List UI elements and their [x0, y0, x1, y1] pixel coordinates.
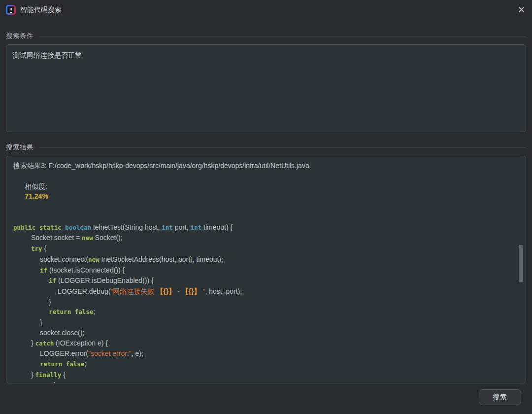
code-segment-plain: , e); — [132, 349, 143, 357]
code-segment-plain: LOGGER.debug( — [58, 287, 110, 295]
code-segment-plain: port, — [173, 223, 191, 231]
close-icon[interactable]: ✕ — [518, 5, 525, 14]
results-section-header: 搜索结果 — [0, 143, 532, 152]
code-segment-kw: new — [82, 234, 93, 242]
code-line: } — [13, 297, 519, 307]
code-segment-kw: catch — [35, 340, 54, 347]
code-line: return false; — [13, 307, 519, 317]
search-query-input[interactable]: 测试网络连接是否正常 — [6, 44, 526, 132]
code-segment-str: - — [175, 287, 181, 295]
code-line: try { — [13, 380, 519, 383]
code-segment-kw: new — [88, 256, 100, 263]
code-segment-plain: timeout) { — [201, 223, 233, 231]
code-line: LOGGER.debug("网络连接失败 【{}】 - 【{}】 ", host… — [13, 286, 519, 297]
code-segment-type: int — [162, 224, 173, 231]
code-segment-type: int — [191, 224, 202, 231]
code-segment-plain: { — [51, 381, 56, 383]
code-line: public static boolean telnetTest(String … — [13, 222, 519, 233]
app-logo-inner: u — [7, 6, 14, 13]
code-snippet: public static boolean telnetTest(String … — [13, 222, 519, 383]
code-line: } catch (IOException e) { — [13, 338, 519, 349]
code-segment-plain: (!socket.isConnected()) { — [47, 266, 125, 274]
code-segment-plain: socket.close(); — [40, 329, 84, 337]
code-segment-plain: (IOException e) { — [54, 339, 108, 347]
title-bar: u 智能代码搜索 ✕ — [0, 0, 532, 20]
code-segment-plain: telnetTest(String host, — [91, 223, 162, 231]
code-segment-str: "socket error:" — [88, 349, 132, 357]
criteria-section-header: 搜索条件 — [0, 32, 532, 40]
search-results-panel[interactable]: 搜索结果3: F:/code_work/hskp/hskp-devops/src… — [6, 156, 526, 383]
code-line: if (LOGGER.isDebugEnabled()) { — [13, 276, 519, 286]
code-segment-plain: , host, port); — [205, 287, 242, 295]
code-segment-plain: ; — [84, 360, 86, 368]
results-section-label: 搜索结果 — [6, 143, 33, 152]
code-line: try { — [13, 243, 519, 254]
code-segment-strhl: 【{}】 — [156, 287, 175, 295]
code-segment-type: boolean — [65, 224, 91, 231]
app-logo-letter: u — [10, 7, 12, 13]
code-segment-plain: LOGGER.error( — [40, 349, 88, 357]
similarity-value: 71.24% — [25, 192, 48, 200]
code-segment-kw: return false — [49, 308, 93, 315]
code-line: Socket socket = new Socket(); — [13, 233, 519, 243]
similarity-label: 相似度: — [25, 182, 47, 190]
results-separator-line — [39, 147, 526, 148]
search-query-text: 测试网络连接是否正常 — [13, 51, 82, 59]
code-segment-str: "网络连接失败 — [110, 287, 156, 295]
code-line: socket.connect(new InetSocketAddress(hos… — [13, 254, 519, 265]
code-segment-strhl: 【{}】 — [182, 287, 201, 295]
code-segment-kw: try — [40, 381, 51, 383]
code-segment-plain: } — [31, 339, 35, 347]
footer-actions: 搜索 — [479, 389, 521, 405]
code-segment-plain: socket.connect( — [40, 255, 88, 263]
code-segment-plain: { — [61, 371, 66, 379]
code-segment-kw: public static — [13, 224, 65, 231]
code-line: return false; — [13, 359, 519, 370]
code-segment-plain: } — [31, 371, 35, 379]
dialog-title: 智能代码搜索 — [20, 5, 62, 14]
code-segment-plain: } — [49, 298, 51, 306]
result-similarity: 相似度: 71.24% — [13, 171, 519, 212]
code-segment-plain: ; — [93, 308, 95, 315]
criteria-section-label: 搜索条件 — [6, 32, 33, 40]
code-line: } finally { — [13, 370, 519, 380]
code-segment-plain: { — [42, 244, 47, 252]
code-line: LOGGER.error("socket error:", e); — [13, 348, 519, 359]
code-line: } — [13, 317, 519, 328]
code-segment-plain: Socket socket = — [31, 234, 82, 242]
code-segment-kw: return false — [40, 360, 84, 368]
code-line: if (!socket.isConnected()) { — [13, 265, 519, 276]
code-segment-plain: (LOGGER.isDebugEnabled()) { — [56, 276, 154, 284]
code-line: socket.close(); — [13, 328, 519, 338]
criteria-separator-line — [39, 36, 526, 36]
code-segment-kw: if — [49, 277, 56, 284]
search-button[interactable]: 搜索 — [479, 389, 521, 405]
code-segment-plain: Socket(); — [93, 234, 123, 242]
code-segment-kw: try — [31, 245, 42, 252]
blank-line — [13, 212, 519, 222]
code-segment-plain: InetSocketAddress(host, port), timeout); — [100, 255, 223, 263]
code-segment-kw: finally — [35, 371, 62, 379]
result-file-path: 搜索结果3: F:/code_work/hskp/hskp-devops/src… — [13, 161, 519, 171]
scrollbar-thumb[interactable] — [519, 245, 523, 282]
code-segment-kw: if — [40, 267, 47, 274]
code-search-dialog: u 智能代码搜索 ✕ 搜索条件 测试网络连接是否正常 搜索结果 搜索结果3: F… — [0, 0, 532, 414]
app-logo-icon: u — [6, 5, 16, 15]
code-segment-plain: } — [40, 318, 42, 326]
